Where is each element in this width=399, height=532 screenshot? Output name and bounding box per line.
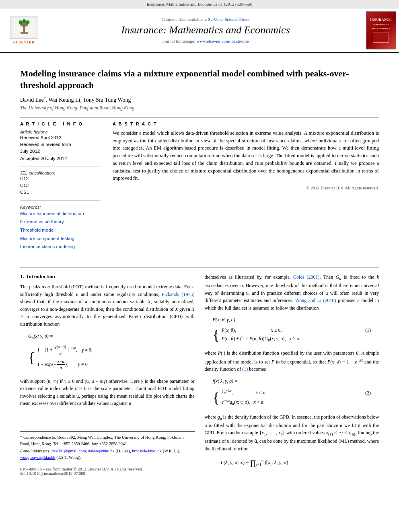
coles-link[interactable]: Coles (2001) (293, 274, 320, 280)
gpd-eq-content: Gu(x; γ, σ) = { 1 − [1 + γ(x−u)σ]−1/γ, γ… (28, 332, 187, 374)
article-authors: David Lee*, Wai Keung Li, Tony Siu Tung … (20, 96, 379, 103)
eq1-brace-block: { P(x; θ), x ≤ u, P(u; θ) + (1 − P(u; θ)… (213, 327, 364, 343)
eq1-ref-link[interactable]: (1) (242, 366, 248, 372)
email-link-2[interactable]: davlee@hku.hk (88, 449, 115, 453)
gpd-brace-block: { 1 − [1 + γ(x−u)σ]−1/γ, γ ≠ 0, 1 − exp{… (28, 344, 187, 371)
svg-point-6 (22, 19, 26, 23)
copyright-text: © 2012 Elsevier B.V. All rights reserved… (113, 185, 379, 190)
abstract-text: We consider a model which allows data-dr… (113, 129, 379, 182)
journal-header-center: Contents lists available at SciVerse Sci… (48, 8, 363, 52)
footer-ids: 0167-6687/$ – see front matter © 2012 El… (20, 467, 195, 476)
eq2-brace-char: { (213, 390, 220, 405)
keyword-5: Insurance claims modeling (20, 242, 101, 251)
eq1-lhs: F(x; θ, γ, σ) = (213, 317, 240, 322)
divider-1 (20, 117, 379, 117)
badge-subtitle: Mathematicsand Economics (372, 23, 390, 30)
finally-text: Finally (335, 160, 349, 166)
eq1-right: F(x; θ, γ, σ) = { P(x; θ), x ≤ u, (213, 316, 371, 345)
sciverse-anchor[interactable]: SciVerse ScienceDirect (208, 17, 249, 22)
badge-title: INSURANCE (370, 18, 392, 22)
gpd-eq-row: Gu(x; γ, σ) = { 1 − [1 + γ(x−u)σ]−1/γ, γ… (28, 332, 187, 374)
section1-heading: Introduction (27, 273, 55, 279)
svg-rect-2 (23, 26, 25, 33)
email-link-3[interactable]: hrnt.lwk@hku.hk (132, 449, 162, 453)
footnote-divider (20, 431, 195, 432)
wong-li-link[interactable]: Wong and Li (2010) (295, 298, 336, 303)
article-abstract: A B S T R A C T We consider a model whic… (113, 121, 379, 259)
keywords-label: Keywords: (20, 205, 101, 210)
revised-date: July 2012 (20, 148, 101, 155)
keyword-4: Mixture component testing (20, 234, 101, 243)
eq2-case1: λe−λx, x ≤ u, (222, 388, 267, 396)
revised-label: Received in revised form (20, 141, 101, 148)
body-left-column: 1. Introduction The peaks-over-threshold… (20, 273, 195, 476)
eq2-cases: λe−λx, x ≤ u, e−λugu(x; γ, σ), x > u (222, 388, 267, 407)
eq2-brace-block: { λe−λx, x ≤ u, e−λugu(x; γ, σ), x > u (213, 388, 364, 407)
journal-citation: Insurance: Mathematics and Economics 51 … (147, 2, 253, 6)
issn-text: 0167-6687/$ – see front matter © 2012 El… (20, 467, 195, 471)
author-star: * (44, 96, 46, 100)
eq1-case1: P(x; θ), x ≤ u, (222, 327, 299, 334)
article-info-label: A R T I C L E I N F O (20, 121, 101, 126)
gpd-lhs: Gu(x; γ, σ) = (28, 333, 53, 339)
accepted-label: Accepted 20 July 2012 (20, 155, 101, 162)
section1-para2: with support (u, ∞) if γ ≥ 0 and (u, u −… (20, 378, 195, 407)
eq2-lhs: f(x; λ, γ, σ) = (213, 378, 238, 384)
history-label: Article history: (20, 129, 101, 134)
received-label: Received April 2012 (20, 134, 101, 141)
elsevier-logo: ELSEVIER (10, 16, 38, 44)
journal-title-display: Insurance: Mathematics and Economics (56, 24, 355, 36)
body-right-column: themselves as illustrated by, for exampl… (205, 273, 379, 476)
section1-title: 1. Introduction (20, 273, 195, 280)
pickands-link[interactable]: Pickands (1975) (162, 292, 195, 297)
article-history-group: Article history: Received April 2012 Rec… (20, 129, 101, 166)
right-para2: where P(·) is the distribution function … (205, 349, 379, 373)
right-para3: where gu is the density function of the … (205, 413, 379, 453)
eq2-case2: e−λugu(x; γ, σ), x > u (222, 398, 267, 407)
journal-header: ELSEVIER Contents lists available at Sci… (0, 8, 399, 53)
right-para1: themselves as illustrated by, for exampl… (205, 273, 379, 312)
eq1-row: F(x; θ, γ, σ) = { P(x; θ), x ≤ u, (213, 316, 371, 345)
section1-para1: The peaks-over-threshold (POT) method is… (20, 283, 195, 328)
divider-2 (20, 267, 379, 267)
svg-point-4 (19, 20, 22, 24)
article-affiliation: The University of Hong Kong, Pokfulam Ro… (20, 105, 379, 111)
svg-rect-3 (21, 32, 28, 34)
eq1-case2: P(u; θ) + (1 − P(u; θ))Gu(x; γ, σ), x > … (222, 335, 299, 343)
star-footnote: * Correspondence to: Room 502, Meng Wah … (20, 434, 195, 447)
email-link-1[interactable]: dav001@gmail.com (51, 449, 86, 453)
elsevier-svg-icon (12, 18, 36, 37)
keywords-group: Keywords: Mixture exponential distributi… (20, 205, 101, 255)
insurance-badge: INSURANCE Mathematicsand Economics (366, 11, 396, 49)
gpd-equation: Gu(x; γ, σ) = { 1 − [1 + γ(x−u)σ]−1/γ, γ… (28, 332, 187, 374)
footnote-area: * Correspondence to: Room 502, Meng Wah … (20, 431, 195, 461)
body-columns: 1. Introduction The peaks-over-threshold… (20, 273, 379, 476)
keyword-2: Extreme value theory (20, 218, 101, 226)
elsevier-logo-image (10, 16, 38, 39)
keyword-3: Threshold model (20, 226, 101, 234)
homepage-url[interactable]: www.elsevier.com/locate/ime (196, 39, 249, 43)
elsevier-logo-area: ELSEVIER (0, 8, 48, 52)
email-link-4[interactable]: wongtonyst@hku.hk (20, 455, 56, 460)
jel-group: JEL classification: C12C13CS1 (20, 170, 101, 201)
eq2-right: f(x; λ, γ, σ) = { λe−λx, x ≤ u, e−λug (213, 377, 371, 409)
keyword-1: Mixture exponential distribution (20, 210, 101, 218)
jel-label: JEL classification: (20, 170, 101, 175)
eq1-brace-char: { (213, 328, 220, 342)
badge-graphic (373, 33, 389, 43)
gpd-case2: 1 − exp{−x−uσ}, γ = 0 (37, 358, 93, 371)
eq1-cases: P(x; θ), x ≤ u, P(u; θ) + (1 − P(u; θ))G… (222, 327, 299, 343)
article-info-row: A R T I C L E I N F O Article history: R… (20, 121, 379, 259)
gpd-case1: 1 − [1 + γ(x−u)σ]−1/γ, γ ≠ 0, (37, 344, 93, 357)
top-bar: Insurance: Mathematics and Economics 51 … (0, 0, 399, 8)
svg-point-5 (26, 20, 29, 24)
homepage-link: journal homepage: www.elsevier.com/locat… (56, 39, 355, 43)
likelihood-eq: L(λ, γ, σ; x) = ∏i=1n f(xi; λ, γ, σ) (213, 456, 371, 469)
email-footnote: E-mail addresses: dav001@gmail.com, davl… (20, 448, 195, 461)
elsevier-text: ELSEVIER (13, 40, 35, 44)
eq1-number: (1) (364, 326, 371, 335)
keywords-list: Mixture exponential distribution Extreme… (20, 210, 101, 251)
eq2-content: f(x; λ, γ, σ) = { λe−λx, x ≤ u, e−λug (213, 377, 364, 409)
main-content: Modeling insurance claims via a mixture … (0, 53, 399, 484)
eq2-row: f(x; λ, γ, σ) = { λe−λx, x ≤ u, e−λug (213, 377, 371, 409)
